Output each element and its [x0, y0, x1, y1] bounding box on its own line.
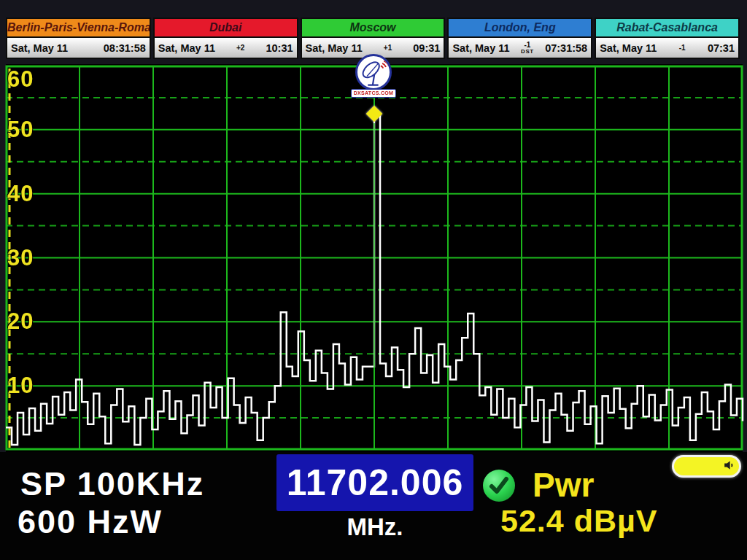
logo-text: DXSATCS.COM: [351, 89, 396, 98]
dxsatcs-logo: DXSATCS.COM: [351, 54, 396, 98]
clock-time: 09:31: [413, 42, 440, 54]
clock-date: Sat, May 11: [11, 42, 68, 54]
clock-time-row: Sat, May 11+210:31: [153, 37, 298, 59]
spectrum-plot-canvas: [0, 64, 747, 454]
power-value: 52.4 dBµV: [500, 503, 657, 539]
y-axis-label: 60: [7, 66, 34, 93]
clock-panel: Rabat-CasablancaSat, May 11-107:31: [595, 18, 740, 59]
clock-time: 08:31:58: [104, 42, 146, 54]
y-axis-label: 10: [7, 373, 34, 399]
y-axis-label: 50: [7, 117, 34, 143]
clock-city-label: Moscow: [301, 18, 446, 37]
audio-toggle[interactable]: [672, 455, 741, 478]
clock-utc-offset: -1DST: [521, 42, 534, 55]
satellite-dish-icon: [355, 54, 392, 90]
readout-bar: SP 100KHz 600 HzW 11702.006 MHz. Pwr 52.…: [0, 452, 747, 560]
frequency-value: 11702.006: [287, 462, 464, 504]
clock-time-row: Sat, May 1108:31:58: [6, 37, 151, 59]
y-axis-label: 30: [7, 245, 34, 271]
clock-city-label: London, Eng: [447, 18, 592, 37]
power-label: Pwr: [533, 465, 594, 505]
clock-utc-offset: -1: [676, 44, 689, 51]
clock-time: 07:31:58: [545, 42, 587, 54]
clock-city-label: Berlin-Paris-Vienna-Roma: [6, 18, 151, 37]
clock-date: Sat, May 11: [158, 42, 215, 54]
clock-city-label: Rabat-Casablanca: [595, 18, 740, 37]
clock-panel: Berlin-Paris-Vienna-RomaSat, May 1108:31…: [6, 18, 151, 59]
frequency-unit-label: MHz.: [276, 513, 473, 541]
clock-panel: London, EngSat, May 11-1DST07:31:58: [447, 18, 592, 59]
spectrum-analyzer-screen: Berlin-Paris-Vienna-RomaSat, May 1108:31…: [0, 0, 747, 560]
clock-time-row: Sat, May 11-107:31: [595, 37, 740, 59]
clock-date: Sat, May 11: [452, 42, 509, 54]
y-axis-label: 40: [7, 181, 34, 207]
clock-utc-offset: +1: [382, 44, 395, 51]
clock-panel: DubaiSat, May 11+210:31: [153, 18, 298, 59]
clock-time-row: Sat, May 11-1DST07:31:58: [447, 37, 592, 59]
speaker-icon: [721, 458, 736, 475]
signal-lock-check-icon: [481, 468, 516, 503]
y-axis-label: 20: [7, 308, 34, 335]
clock-time: 07:31: [708, 42, 735, 54]
clock-date: Sat, May 11: [306, 42, 363, 54]
frequency-display[interactable]: 11702.006: [276, 454, 473, 511]
clock-time: 10:31: [266, 42, 293, 54]
clock-utc-offset: +2: [234, 44, 247, 51]
clock-panel: MoscowSat, May 11+109:31: [301, 18, 446, 59]
clock-panels: Berlin-Paris-Vienna-RomaSat, May 1108:31…: [6, 18, 740, 59]
span-label: SP 100KHz: [20, 465, 204, 503]
clock-date: Sat, May 11: [600, 42, 657, 54]
clock-city-label: Dubai: [153, 18, 298, 37]
bandwidth-label: 600 HzW: [18, 503, 163, 541]
